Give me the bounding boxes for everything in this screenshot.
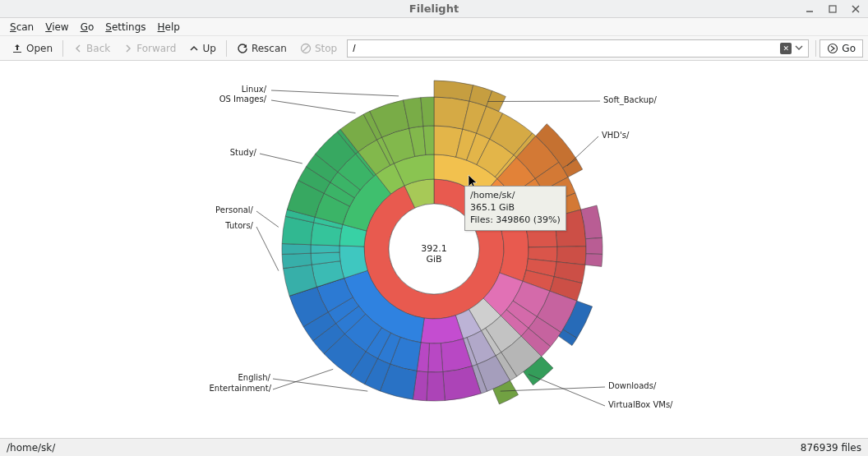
tooltip-files: Files: 349860 (39%): [470, 214, 561, 227]
tooltip-path: /home/sk/: [470, 190, 561, 202]
label-soft-backup: Soft_Backup/: [603, 95, 657, 104]
center-size-label: 392.1 GiB: [414, 243, 454, 265]
back-label: Back: [86, 43, 110, 54]
maximize-button[interactable]: [824, 2, 842, 16]
svg-point-6: [829, 44, 838, 53]
rescan-label: Rescan: [252, 43, 287, 54]
label-vhds: VHD's/: [602, 131, 629, 140]
rescan-button[interactable]: Rescan: [230, 40, 293, 57]
upload-icon: [12, 43, 23, 54]
toolbar: Open Back Forward Up Rescan Stop ✕ Go: [0, 36, 868, 61]
forward-button: Forward: [117, 40, 182, 57]
label-linux: Linux/: [217, 85, 266, 94]
title-bar: Filelight: [0, 0, 868, 18]
separator: [62, 40, 63, 57]
menu-view[interactable]: View: [40, 20, 73, 35]
label-study: Study/: [215, 148, 256, 157]
clear-location-icon[interactable]: ✕: [780, 43, 792, 54]
status-bar: /home/sk/ 876939 files: [0, 438, 868, 456]
separator: [226, 40, 227, 57]
chevron-right-icon: [123, 44, 133, 53]
location-input[interactable]: [351, 42, 780, 55]
label-entertainment: Entertainment/: [197, 384, 271, 393]
go-arrow-icon: [827, 43, 838, 54]
forward-label: Forward: [136, 43, 176, 54]
menu-settings[interactable]: Settings: [100, 20, 150, 35]
location-bar[interactable]: ✕: [347, 39, 809, 58]
close-button[interactable]: [847, 2, 865, 16]
chevron-left-icon: [73, 44, 83, 53]
stop-button: Stop: [293, 40, 344, 57]
menu-bar: Scan View Go Settings Help: [0, 18, 868, 36]
label-virtualbox: VirtualBox VMs/: [608, 400, 673, 409]
status-path: /home/sk/: [7, 442, 55, 454]
tooltip-size: 365.1 GiB: [470, 202, 561, 214]
status-files: 876939 files: [801, 442, 861, 454]
menu-help[interactable]: Help: [153, 20, 185, 35]
label-downloads: Downloads/: [608, 381, 656, 390]
tooltip: /home/sk/ 365.1 GiB Files: 349860 (39%): [464, 186, 566, 231]
up-label: Up: [202, 43, 215, 54]
back-button: Back: [67, 40, 117, 57]
location-dropdown-icon[interactable]: [793, 43, 805, 54]
chevron-up-icon: [189, 44, 199, 53]
open-label: Open: [26, 43, 53, 54]
label-tutors: Tutors/: [212, 221, 253, 230]
svg-rect-1: [829, 6, 836, 12]
window-title: Filelight: [409, 2, 459, 15]
stop-label: Stop: [315, 43, 337, 54]
label-personal: Personal/: [204, 205, 253, 214]
label-os-images: OS Images/: [203, 94, 266, 104]
svg-line-5: [302, 45, 308, 51]
reload-icon: [237, 43, 248, 54]
open-button[interactable]: Open: [5, 40, 59, 57]
sunburst-view[interactable]: 392.1 GiB Linux/ OS Images/ Study/ Perso…: [0, 61, 868, 438]
minimize-button[interactable]: [801, 2, 819, 16]
menu-go[interactable]: Go: [76, 20, 99, 35]
go-button[interactable]: Go: [820, 39, 863, 58]
menu-scan[interactable]: Scan: [5, 20, 39, 35]
label-english: English/: [229, 373, 270, 382]
separator: [815, 40, 816, 57]
stop-icon: [300, 43, 312, 54]
go-label: Go: [842, 43, 856, 54]
up-button[interactable]: Up: [182, 40, 222, 57]
